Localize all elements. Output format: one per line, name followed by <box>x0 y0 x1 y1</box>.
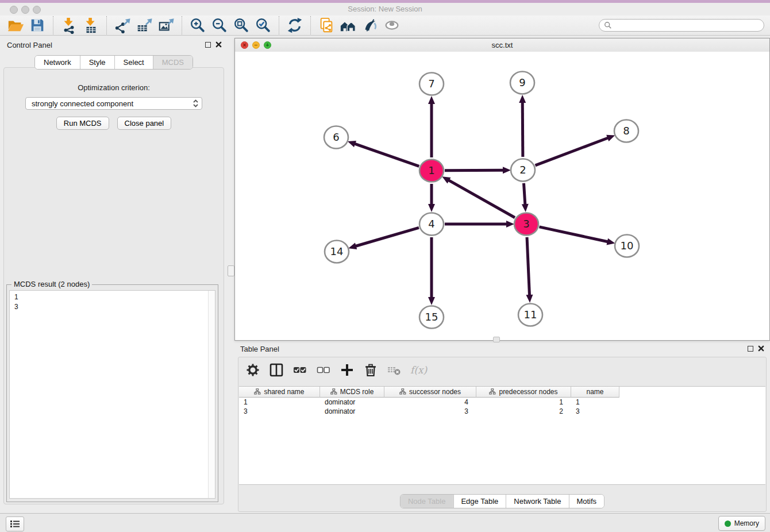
export-network-icon[interactable] <box>114 17 131 34</box>
edge-3-1[interactable] <box>449 180 515 218</box>
table-row[interactable]: 1 dominator 4 1 1 <box>239 398 765 407</box>
criterion-select[interactable]: strongly connected component <box>25 97 202 110</box>
tab-network-table[interactable]: Network Table <box>506 495 568 508</box>
table-toolbar: f(x) <box>238 357 766 383</box>
zoom-in-icon[interactable] <box>189 17 206 34</box>
network-graph[interactable]: 7968124314101511 <box>235 52 769 340</box>
table-row[interactable]: 3 dominator 3 2 3 <box>239 407 765 416</box>
control-panel-title: Control Panel <box>7 41 52 49</box>
toolbar-separator <box>310 16 311 34</box>
clone-network-icon[interactable] <box>318 17 335 34</box>
search-field[interactable] <box>599 19 764 32</box>
cell-successor-nodes[interactable]: 4 <box>384 398 476 407</box>
float-table-panel-icon[interactable] <box>748 346 753 352</box>
cell-shared-name[interactable]: 1 <box>239 398 320 407</box>
delete-column-icon[interactable] <box>363 363 378 377</box>
search-icon <box>604 21 612 29</box>
attribute-tree-icon <box>254 388 261 395</box>
select-all-icon[interactable] <box>292 363 307 377</box>
graphics-details-icon[interactable] <box>361 17 379 34</box>
cell-name[interactable]: 3 <box>571 407 619 416</box>
network-window: × − + scc.txt 7968124314101511 <box>234 38 770 341</box>
tab-motifs[interactable]: Motifs <box>568 495 604 508</box>
table-panel-body: f(x) shared name MCDS role successor nod… <box>238 357 767 512</box>
nested-networks-icon[interactable] <box>340 17 357 34</box>
network-splitter-handle[interactable] <box>493 337 500 342</box>
column-header-predecessor-nodes[interactable]: predecessor nodes <box>476 387 571 398</box>
deselect-all-icon[interactable] <box>316 363 331 377</box>
edge-2-9[interactable] <box>522 102 523 157</box>
function-builder-icon[interactable]: f(x) <box>410 364 427 376</box>
column-header-mcds-role[interactable]: MCDS role <box>320 387 384 398</box>
import-table-icon[interactable] <box>82 17 99 34</box>
float-panel-icon[interactable] <box>205 42 211 48</box>
cell-predecessor-nodes[interactable]: 2 <box>476 407 571 416</box>
column-header-shared-name[interactable]: shared name <box>239 387 320 398</box>
table-panel-header: Table Panel <box>234 342 770 357</box>
control-panel: Control Panel Network Style Select MCDS … <box>0 38 228 508</box>
panel-splitter-handle[interactable] <box>228 265 234 276</box>
export-table-icon[interactable] <box>136 17 153 34</box>
node-label-7: 7 <box>428 78 434 90</box>
status-bar: Memory <box>0 513 770 532</box>
zoom-fit-icon[interactable] <box>233 17 250 34</box>
mcds-result-textarea[interactable]: 1 3 <box>9 290 215 499</box>
control-panel-header: Control Panel <box>0 38 228 53</box>
tab-select[interactable]: Select <box>114 56 153 69</box>
close-table-panel-icon[interactable] <box>758 345 764 352</box>
table-settings-gear-icon[interactable] <box>245 363 260 377</box>
cell-mcds-role[interactable]: dominator <box>320 407 384 416</box>
column-header-successor-nodes[interactable]: successor nodes <box>384 387 476 398</box>
tab-style[interactable]: Style <box>80 56 114 69</box>
save-session-icon[interactable] <box>29 17 46 34</box>
tab-edge-table[interactable]: Edge Table <box>453 495 506 508</box>
memory-label: Memory <box>734 519 759 527</box>
tab-mcds[interactable]: MCDS <box>153 56 192 69</box>
task-history-button[interactable] <box>6 516 24 531</box>
edge-1-6[interactable] <box>355 144 419 166</box>
cell-predecessor-nodes[interactable]: 1 <box>476 398 571 407</box>
zoom-out-icon[interactable] <box>211 17 228 34</box>
eye-icon[interactable] <box>383 17 401 34</box>
run-mcds-button[interactable]: Run MCDS <box>56 117 109 130</box>
refresh-layout-icon[interactable] <box>286 17 303 34</box>
node-label-8: 8 <box>623 125 629 137</box>
add-column-icon[interactable] <box>340 363 355 377</box>
edge-1-2[interactable] <box>445 170 503 171</box>
node-label-1: 1 <box>428 164 434 176</box>
import-network-icon[interactable] <box>60 17 78 34</box>
delete-table-icon[interactable] <box>387 363 402 377</box>
edge-2-3[interactable] <box>523 183 525 205</box>
toolbar-separator <box>53 16 53 34</box>
search-input[interactable] <box>615 21 759 30</box>
edge-3-10[interactable] <box>539 227 607 242</box>
edge-4-14[interactable] <box>356 228 419 246</box>
result-scrollbar[interactable] <box>208 291 215 498</box>
export-image-icon[interactable] <box>157 17 175 34</box>
edge-3-11[interactable] <box>527 237 529 295</box>
tab-network[interactable]: Network <box>35 56 80 69</box>
toolbar-separator <box>106 16 107 34</box>
tab-node-table[interactable]: Node Table <box>401 495 453 508</box>
cell-mcds-role[interactable]: dominator <box>320 398 384 407</box>
zoom-selected-icon[interactable] <box>255 17 272 34</box>
node-table: shared name MCDS role successor nodes pr… <box>239 386 765 485</box>
memory-button[interactable]: Memory <box>718 516 765 531</box>
show-columns-icon[interactable] <box>269 363 284 377</box>
cell-name[interactable]: 1 <box>571 398 619 407</box>
node-label-11: 11 <box>524 309 537 321</box>
cell-shared-name[interactable]: 3 <box>239 407 320 416</box>
open-session-icon[interactable] <box>7 17 24 34</box>
cell-successor-nodes[interactable]: 3 <box>384 407 476 416</box>
network-canvas[interactable]: 7968124314101511 <box>235 52 769 340</box>
close-panel-icon[interactable] <box>215 41 222 48</box>
mcds-result-group: MCDS result (2 nodes) 1 3 <box>6 284 218 502</box>
edge-2-8[interactable] <box>536 138 609 165</box>
attribute-tree-icon <box>489 388 496 395</box>
table-panel: Table Panel f(x) shared name MCDS rol <box>234 342 770 512</box>
network-window-titlebar[interactable]: × − + scc.txt <box>235 38 769 52</box>
close-panel-button[interactable]: Close panel <box>117 117 172 130</box>
column-header-name[interactable]: name <box>571 387 619 398</box>
app-window: Session: New Session Control Panel <box>0 0 770 532</box>
attribute-tree-icon <box>330 388 337 395</box>
